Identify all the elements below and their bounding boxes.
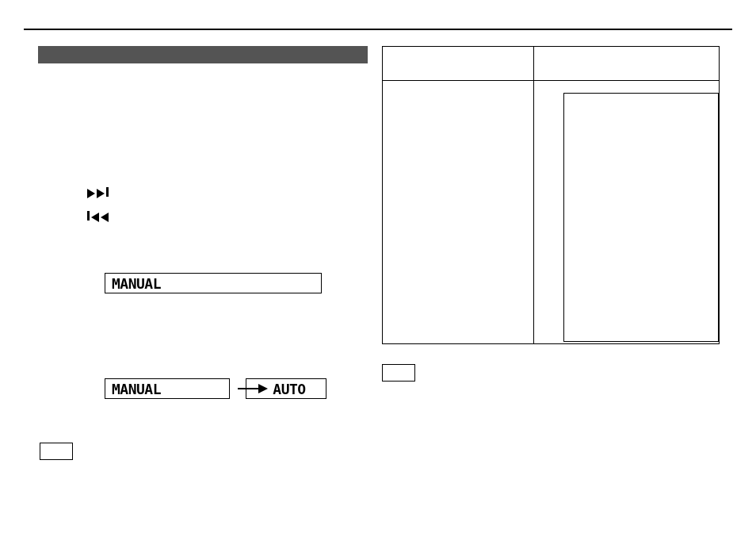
- forward-icon: [87, 187, 109, 201]
- reverse-icon: [87, 211, 109, 225]
- small-box-right: [382, 364, 415, 382]
- lcd-manual: MANUAL: [105, 273, 322, 293]
- small-box-left: [40, 443, 73, 460]
- lcd-manual-2: MANUAL: [105, 378, 230, 399]
- lcd-auto: AUTO: [246, 378, 326, 399]
